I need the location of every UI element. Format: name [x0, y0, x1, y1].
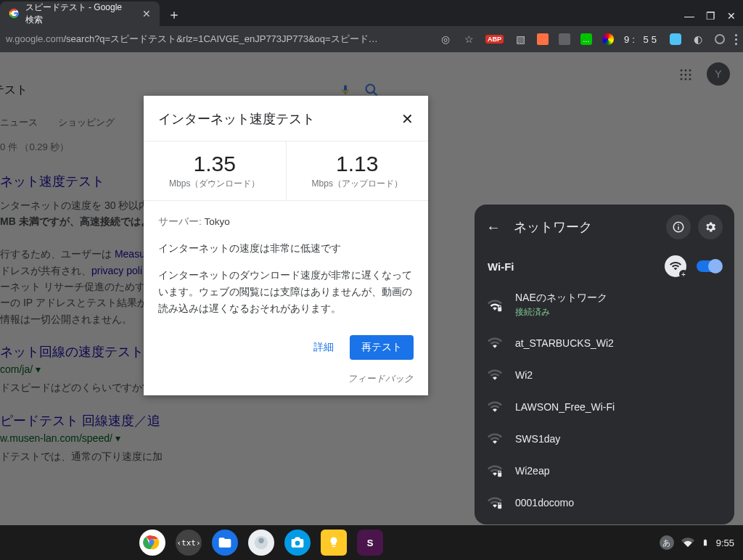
camera-app-icon[interactable]: [284, 530, 311, 556]
new-tab-button[interactable]: ＋: [164, 4, 184, 25]
wifi-ssid: 0001docomo: [515, 497, 574, 508]
back-icon[interactable]: ←: [486, 219, 501, 236]
window-controls: — ❐ ✕: [684, 10, 743, 26]
wifi-signal-icon: [488, 400, 502, 414]
wifi-network-item[interactable]: Wi2eap: [475, 455, 734, 487]
svg-rect-16: [498, 473, 501, 477]
slack-app-icon[interactable]: S: [357, 530, 383, 556]
settings-gear-icon[interactable]: [698, 215, 723, 239]
colorwheel-extension-icon[interactable]: [602, 33, 614, 45]
wifi-network-item[interactable]: Wi2: [475, 359, 734, 391]
download-value: 1.35: [144, 152, 286, 176]
upload-metric: 1.13 Mbps（アップロード）: [286, 141, 429, 200]
server-row: サーバー: Tokyo: [158, 214, 414, 231]
dialog-close-icon[interactable]: ✕: [401, 110, 414, 128]
extension-clock: 9: 55: [624, 34, 660, 45]
star-icon[interactable]: ☆: [462, 33, 475, 46]
svg-point-20: [258, 538, 263, 543]
location-icon[interactable]: ◎: [439, 33, 452, 46]
feedback-link[interactable]: フィードバック: [144, 373, 428, 395]
network-panel: ← ネットワーク Wi-Fi NAEのネットワーク接続済み: [475, 205, 734, 524]
details-button[interactable]: 詳細: [306, 335, 341, 360]
dialog-title: インターネット速度テスト: [158, 110, 315, 128]
shelf: ‹txt› S あ 9:55: [0, 525, 743, 560]
wifi-signal-icon: [488, 464, 502, 478]
extension-icon-3[interactable]: [559, 33, 570, 45]
wifi-ssid: Wi2eap: [515, 465, 549, 477]
wifi-signal-icon: [488, 298, 502, 313]
wifi-ssid: NAEのネットワーク: [515, 292, 607, 305]
close-window-icon[interactable]: ✕: [727, 10, 736, 22]
extension-icon-6[interactable]: [715, 34, 725, 44]
speedtest-dialog: インターネット速度テスト ✕ 1.35 Mbps（ダウンロード） 1.13 Mb…: [144, 96, 428, 395]
shelf-wifi-icon[interactable]: [681, 536, 694, 549]
app-icon-4[interactable]: [248, 530, 274, 556]
tab-close-icon[interactable]: ✕: [142, 8, 151, 20]
download-label: Mbps（ダウンロード）: [144, 178, 286, 190]
omnibox[interactable]: w.google.com/search?q=スピードテスト&rlz=1CAIVG…: [6, 33, 378, 46]
wifi-signal-icon: [488, 495, 502, 510]
extension-icon-2[interactable]: [537, 33, 549, 45]
omnibox-host: w.google.com: [6, 33, 64, 44]
wifi-network-item[interactable]: NAEのネットワーク接続済み: [475, 283, 734, 327]
info-icon[interactable]: [666, 215, 691, 239]
svg-rect-17: [498, 505, 501, 509]
minimize-icon[interactable]: —: [684, 10, 694, 22]
retest-button[interactable]: 再テスト: [350, 335, 414, 360]
svg-point-14: [678, 224, 679, 226]
extension-icon-1[interactable]: ▧: [514, 33, 527, 46]
wifi-network-item[interactable]: at_STARBUCKS_Wi2: [475, 327, 734, 359]
shelf-clock[interactable]: 9:55: [716, 538, 734, 548]
wifi-status: 接続済み: [515, 306, 607, 318]
download-metric: 1.35 Mbps（ダウンロード）: [144, 141, 286, 200]
wifi-ssid: SWS1day: [515, 433, 560, 445]
wifi-network-item[interactable]: LAWSON_Free_Wi-Fi: [475, 391, 734, 423]
wifi-section-label: Wi-Fi: [488, 260, 514, 273]
dialog-detail: インターネットのダウンロード速度が非常に遅くなっています。ウェブの閲覧には支障は…: [158, 268, 414, 318]
toolbar: w.google.com/search?q=スピードテスト&rlz=1CAIVG…: [0, 26, 743, 52]
maximize-icon[interactable]: ❐: [706, 10, 715, 22]
omnibox-path: /search?q=スピードテスト&rlz=1CAIVGE_enJP773JP7…: [64, 33, 378, 44]
wifi-ssid: LAWSON_Free_Wi-Fi: [515, 401, 615, 413]
wifi-signal-icon: [488, 336, 502, 350]
wifi-toggle[interactable]: [697, 260, 721, 272]
browser-tab[interactable]: スピードテスト - Google 検索 ✕: [0, 1, 160, 26]
wifi-network-item[interactable]: 0001docomo: [475, 487, 734, 519]
adblock-extension-icon[interactable]: ABP: [485, 35, 504, 44]
keep-app-icon[interactable]: [321, 530, 347, 556]
dialog-summary: インターネットの速度は非常に低速です: [158, 241, 414, 258]
network-panel-title: ネットワーク: [514, 218, 592, 236]
battery-icon[interactable]: [702, 536, 709, 549]
tab-bar: スピードテスト - Google 検索 ✕ ＋ — ❐ ✕: [0, 0, 743, 26]
line-extension-icon[interactable]: …: [580, 33, 592, 45]
text-app-icon[interactable]: ‹txt›: [176, 530, 202, 556]
chrome-app-icon[interactable]: [139, 530, 165, 556]
upload-value: 1.13: [287, 152, 429, 176]
wifi-ssid: at_STARBUCKS_Wi2: [515, 337, 614, 349]
google-favicon: [9, 8, 20, 20]
wifi-network-item[interactable]: SWS1day: [475, 423, 734, 455]
extension-icon-4[interactable]: [670, 33, 681, 45]
wifi-ssid: Wi2: [515, 369, 533, 381]
svg-rect-15: [498, 307, 501, 311]
files-app-icon[interactable]: [212, 530, 238, 556]
wifi-signal-icon: [488, 432, 502, 446]
wifi-signal-icon: [488, 368, 502, 382]
add-network-icon[interactable]: [665, 255, 686, 277]
ime-indicator[interactable]: あ: [660, 535, 674, 550]
browser-menu-icon[interactable]: [735, 34, 737, 45]
tab-title: スピードテスト - Google 検索: [25, 1, 132, 26]
upload-label: Mbps（アップロード）: [287, 178, 429, 190]
extension-icon-5[interactable]: ◐: [691, 33, 705, 46]
